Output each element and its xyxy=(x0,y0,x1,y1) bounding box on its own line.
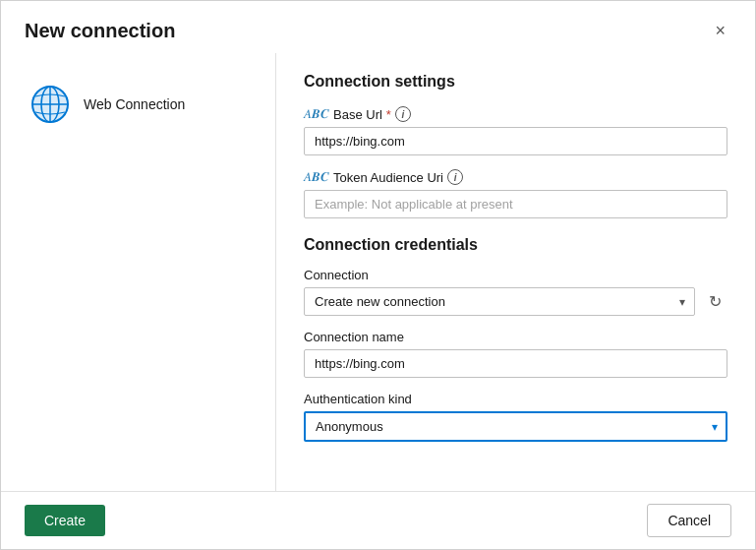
cancel-button[interactable]: Cancel xyxy=(647,504,731,537)
credentials-section: Connection credentials Connection Create… xyxy=(304,236,727,442)
connection-select[interactable]: Create new connection xyxy=(304,287,695,316)
connection-field-group: Connection Create new connection ▾ ↻ xyxy=(304,268,727,316)
connection-label-row: Connection xyxy=(304,268,727,282)
sidebar: Web Connection xyxy=(1,53,276,491)
base-url-field-group: 𝐴𝑩𝑪 Base Url * i xyxy=(304,106,727,155)
auth-kind-label-row: Authentication kind xyxy=(304,392,727,406)
connection-name-input[interactable] xyxy=(304,349,727,378)
credentials-section-title: Connection credentials xyxy=(304,236,727,254)
connection-name-field-group: Connection name xyxy=(304,330,727,378)
token-uri-label-row: 𝐴𝑩𝑪 Token Audience Uri i xyxy=(304,169,727,185)
connection-name-label: Connection name xyxy=(304,330,404,344)
dialog-body: Web Connection Connection settings 𝐴𝑩𝑪 B… xyxy=(1,53,755,491)
auth-kind-label: Authentication kind xyxy=(304,392,412,406)
connection-name-label-row: Connection name xyxy=(304,330,727,344)
main-content: Connection settings 𝐴𝑩𝑪 Base Url * i 𝐴𝑩𝑪… xyxy=(276,53,755,491)
token-uri-field-group: 𝐴𝑩𝑪 Token Audience Uri i xyxy=(304,169,727,218)
base-url-input[interactable] xyxy=(304,127,727,155)
base-url-label-row: 𝐴𝑩𝑪 Base Url * i xyxy=(304,106,727,122)
base-url-info-icon: i xyxy=(395,106,411,122)
dialog-title: New connection xyxy=(25,20,175,42)
auth-kind-field-group: Authentication kind Anonymous ▾ xyxy=(304,392,727,442)
token-uri-input[interactable] xyxy=(304,190,727,218)
connection-select-wrapper: Create new connection ▾ xyxy=(304,287,695,316)
sidebar-item-label: Web Connection xyxy=(84,96,185,112)
create-button[interactable]: Create xyxy=(25,505,105,536)
token-uri-field-icon: 𝐴𝑩𝑪 xyxy=(304,169,329,185)
base-url-required: * xyxy=(386,107,391,122)
connection-row: Create new connection ▾ ↻ xyxy=(304,287,727,316)
dialog-footer: Create Cancel xyxy=(1,491,755,549)
base-url-label: Base Url xyxy=(333,107,382,122)
auth-kind-select-wrapper: Anonymous ▾ xyxy=(304,411,727,442)
auth-kind-select[interactable]: Anonymous xyxy=(304,411,727,442)
token-uri-info-icon: i xyxy=(447,169,463,185)
connection-settings-title: Connection settings xyxy=(304,73,727,91)
dialog-header: New connection × xyxy=(1,1,755,53)
token-uri-label: Token Audience Uri xyxy=(333,170,443,185)
new-connection-dialog: New connection × Web Connection xyxy=(0,0,756,550)
globe-icon xyxy=(30,85,70,124)
refresh-button[interactable]: ↻ xyxy=(703,288,727,315)
sidebar-item-web-connection: Web Connection xyxy=(21,77,256,132)
close-button[interactable]: × xyxy=(709,19,731,43)
connection-label: Connection xyxy=(304,268,369,282)
base-url-field-icon: 𝐴𝑩𝑪 xyxy=(304,106,329,122)
